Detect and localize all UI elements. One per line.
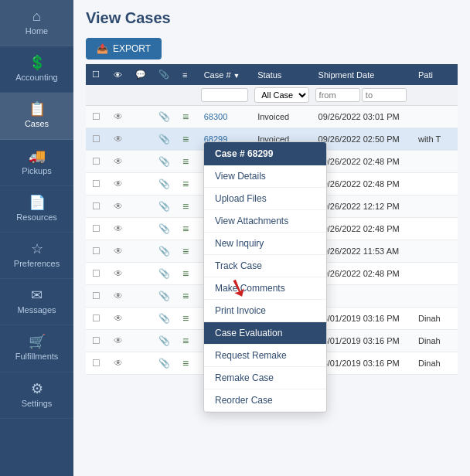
sidebar-item-label-cases: Cases (25, 119, 49, 129)
row-checkbox-3[interactable]: ☐ (92, 178, 100, 189)
context-menu-items: View DetailsUpload FilesView Attachments… (204, 165, 326, 412)
row-checkbox-9[interactable]: ☐ (92, 313, 100, 324)
row-checkbox-11[interactable]: ☐ (92, 358, 100, 369)
row-checkbox-6[interactable]: ☐ (92, 246, 100, 257)
menu-icon: ≡ (182, 70, 187, 80)
home-icon: ⌂ (32, 9, 41, 23)
row-clip-4[interactable]: 📎 (158, 201, 170, 212)
row-menu-3[interactable]: ≡ (182, 178, 189, 190)
status-filter-select[interactable]: All Cases (254, 87, 308, 103)
row-patient-8 (412, 285, 458, 308)
sidebar-item-label-home: Home (26, 26, 48, 36)
row-menu-8[interactable]: ≡ (182, 290, 189, 302)
row-menu-0[interactable]: ≡ (182, 110, 189, 123)
context-menu-item-view-attachments[interactable]: View Attachments (204, 210, 326, 233)
row-clip-3[interactable]: 📎 (158, 178, 170, 189)
row-eye-6[interactable]: 👁 (114, 246, 123, 257)
cases-table-container: ☐ 👁 💬 📎 ≡ Case # ▼ Status Shipment Date … (73, 64, 470, 476)
sidebar-item-resources[interactable]: 📄 Resources (0, 186, 73, 233)
row-clip-9[interactable]: 📎 (158, 313, 170, 324)
case-link-0[interactable]: 68300 (204, 112, 228, 121)
row-checkbox-1[interactable]: ☐ (92, 134, 100, 144)
row-clip-5[interactable]: 📎 (158, 223, 170, 234)
row-clip-0[interactable]: 📎 (158, 111, 170, 122)
row-eye-4[interactable]: 👁 (114, 201, 123, 212)
date-from-input[interactable] (315, 88, 360, 102)
row-clip-6[interactable]: 📎 (158, 246, 170, 257)
row-eye-3[interactable]: 👁 (114, 178, 123, 189)
col-check: ☐ (86, 64, 107, 85)
row-checkbox-7[interactable]: ☐ (92, 268, 100, 279)
col-clip: 📎 (152, 64, 176, 85)
row-patient-5 (412, 218, 458, 240)
row-checkbox-4[interactable]: ☐ (92, 201, 100, 212)
context-menu-item-remake-case[interactable]: Remake Case (204, 367, 326, 389)
row-menu-7[interactable]: ≡ (182, 267, 189, 280)
sidebar-item-cases[interactable]: 📋 Cases (0, 93, 73, 139)
sidebar-item-accounting[interactable]: 💲 Accounting (0, 46, 73, 93)
row-eye-5[interactable]: 👁 (114, 223, 123, 234)
row-checkbox-5[interactable]: ☐ (92, 223, 100, 234)
row-eye-11[interactable]: 👁 (114, 358, 123, 369)
col-menu: ≡ (176, 64, 198, 85)
case-filter-input[interactable] (201, 88, 249, 102)
row-checkbox-8[interactable]: ☐ (92, 291, 100, 301)
row-checkbox-10[interactable]: ☐ (92, 335, 100, 346)
row-menu-11[interactable]: ≡ (182, 357, 189, 369)
row-clip-11[interactable]: 📎 (158, 358, 170, 369)
row-clip-2[interactable]: 📎 (158, 156, 170, 167)
row-patient-1: with T (412, 128, 458, 151)
row-checkbox-2[interactable]: ☐ (92, 156, 100, 167)
context-menu-item-view-details[interactable]: View Details (204, 165, 326, 188)
row-eye-7[interactable]: 👁 (114, 268, 123, 279)
context-menu-item-new-inquiry[interactable]: New Inquiry (204, 233, 326, 255)
row-eye-10[interactable]: 👁 (114, 335, 123, 346)
sidebar-item-home[interactable]: ⌂ Home (0, 0, 73, 46)
row-menu-4[interactable]: ≡ (182, 200, 189, 212)
col-eye: 👁 (107, 64, 129, 85)
row-patient-4 (412, 196, 458, 218)
page-header: View Cases (73, 0, 470, 33)
row-patient-9: Dinah (412, 308, 458, 330)
row-clip-10[interactable]: 📎 (158, 335, 170, 346)
context-menu-item-case-evaluation[interactable]: Case Evaluation (204, 322, 326, 345)
sidebar-item-pickups[interactable]: 🚚 Pickups (0, 140, 73, 186)
row-patient-10: Dinah (412, 330, 458, 352)
row-clip-7[interactable]: 📎 (158, 268, 170, 279)
row-clip-8[interactable]: 📎 (158, 291, 170, 301)
sidebar-item-preferences[interactable]: ☆ Preferences (0, 233, 73, 279)
row-menu-6[interactable]: ≡ (182, 245, 189, 257)
sidebar-item-messages[interactable]: ✉ Messages (0, 279, 73, 325)
row-eye-9[interactable]: 👁 (114, 313, 123, 324)
row-eye-0[interactable]: 👁 (114, 111, 123, 122)
row-menu-1[interactable]: ≡ (182, 133, 189, 145)
sidebar-item-label-pickups: Pickups (22, 166, 52, 176)
context-menu-item-reorder-case[interactable]: Reorder Case (204, 389, 326, 412)
row-menu-2[interactable]: ≡ (182, 155, 189, 168)
sidebar-item-settings[interactable]: ⚙ Settings (0, 372, 73, 419)
context-menu-item-print-invoice[interactable]: Print Invoice (204, 300, 326, 322)
col-ship-header: Shipment Date (312, 64, 412, 85)
row-checkbox-0[interactable]: ☐ (92, 111, 100, 122)
context-menu-item-make-comments[interactable]: Make Comments (204, 277, 326, 300)
clip-icon: 📎 (158, 70, 169, 79)
context-menu-item-track-case[interactable]: Track Case (204, 255, 326, 277)
context-menu-item-request-remake[interactable]: Request Remake (204, 345, 326, 367)
row-menu-9[interactable]: ≡ (182, 312, 189, 325)
row-eye-2[interactable]: 👁 (114, 156, 123, 167)
table-header-row: ☐ 👁 💬 📎 ≡ Case # ▼ Status Shipment Date … (86, 64, 458, 85)
row-eye-1[interactable]: 👁 (114, 134, 123, 144)
col-status-header: Status (251, 64, 312, 85)
row-eye-8[interactable]: 👁 (114, 291, 123, 301)
row-menu-5[interactable]: ≡ (182, 223, 189, 235)
sidebar-item-fulfillments[interactable]: 🛒 Fulfillments (0, 325, 73, 372)
table-row: ☐ 👁 📎 ≡ 68300 Invoiced 09/26/2022 03:01 … (86, 106, 458, 128)
row-menu-10[interactable]: ≡ (182, 335, 189, 347)
date-to-input[interactable] (362, 88, 407, 102)
export-button[interactable]: 📤 EXPORT (86, 38, 162, 60)
cases-icon: 📋 (29, 102, 46, 116)
col-case-header[interactable]: Case # ▼ (198, 64, 252, 85)
sidebar-item-label-resources: Resources (16, 212, 57, 223)
row-clip-1[interactable]: 📎 (158, 134, 170, 144)
context-menu-item-upload-files[interactable]: Upload Files (204, 188, 326, 210)
